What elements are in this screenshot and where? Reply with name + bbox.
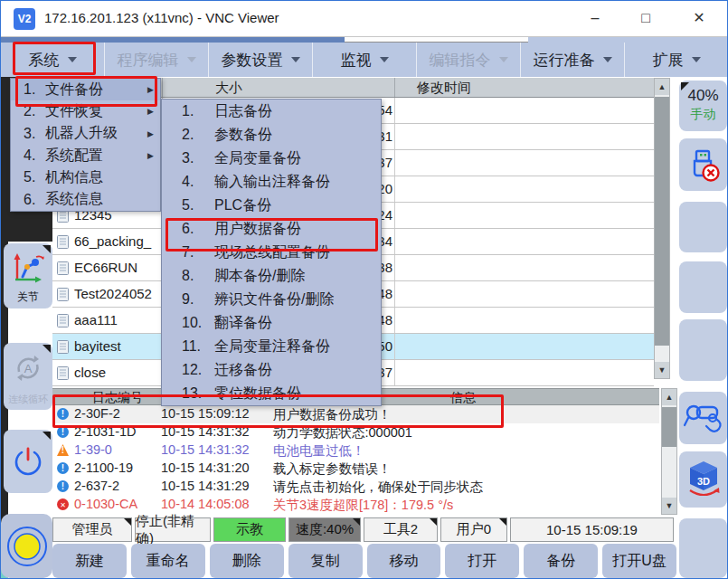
menu-option-label: 全局变量备份 [214,149,301,168]
action-button[interactable]: 打开 [445,544,519,578]
system-menu-option[interactable]: 4. 系统配置 ▶ [11,145,160,166]
menu-item[interactable]: 系统 [1,43,105,77]
system-menu-option[interactable]: 2. 文件恢复 ▶ [11,100,160,122]
backup-submenu-option[interactable]: 5. PLC备份 [162,194,381,217]
maximize-button[interactable]: □ [625,1,667,35]
menu-option-number: 3. [24,126,45,142]
scroll-down-icon[interactable] [655,362,669,378]
submenu-arrow-icon: ▶ [147,85,154,94]
backup-submenu-option[interactable]: 6. 用户数据备份 [162,217,381,241]
scroll-up-icon[interactable] [655,79,669,95]
column-header-info[interactable]: 信息 [450,390,476,406]
log-scrollbar[interactable] [661,388,677,515]
yellow-circle-button[interactable] [1,514,52,578]
view-3d-button[interactable]: 3D [679,451,727,508]
menu-option-label: 用户数据备份 [214,220,301,239]
backup-submenu-option[interactable]: 11. 全局变量注释备份 [162,335,381,358]
log-row[interactable]: 0-1030-CA 10-14 14:05:08 关节3速度超限[178]：17… [52,496,659,514]
panel-button-empty-4[interactable] [679,518,727,578]
panel-button-empty-2[interactable] [679,261,727,313]
backup-submenu-option[interactable]: 9. 辨识文件备份/删除 [162,288,381,311]
menu-item[interactable]: 编辑指令 [417,43,521,77]
system-menu-option[interactable]: 5. 机构信息 ▶ [11,166,160,188]
minimize-button[interactable]: – [574,1,616,35]
status-cell[interactable]: 示教 [213,517,286,542]
backup-submenu-option[interactable]: 10. 翻译备份 [162,311,381,335]
title-bar: V2 172.16.201.123 (x11vnc) - VNC Viewer … [1,1,728,37]
usb-status-button[interactable] [679,138,727,191]
menu-option-label: 文件备份 [45,81,103,100]
action-button[interactable]: 重命名 [131,544,205,578]
action-button[interactable]: 打开U盘 [602,544,676,578]
log-code: 2-1031-1D [74,424,137,439]
menu-option-number: 13. [182,385,214,402]
backup-submenu-option[interactable]: 4. 输入输出注释备份 [162,170,381,194]
action-button[interactable]: 备份 [524,544,598,578]
column-header-modified[interactable]: 修改时间 [417,80,471,97]
window-title: 172.16.201.123 (x11vnc) - VNC Viewer [44,10,279,25]
log-row[interactable]: 1-39-0 10-15 14:31:32 电池电量过低！ [52,441,659,460]
log-row[interactable]: 2-1100-19 10-15 14:31:20 载入标定参数错误！ [52,460,659,478]
menu-item[interactable]: 程序编辑 [105,43,209,77]
scroll-down-icon[interactable] [662,498,676,514]
action-button[interactable]: 删除 [210,544,284,578]
power-button[interactable] [4,430,52,493]
chevron-down-icon [603,57,612,62]
menu-item[interactable]: 参数设置 [209,43,313,77]
status-cell[interactable]: 停止(非精确) [135,517,211,542]
log-code: 0-1030-CA [74,497,137,511]
menu-option-label: 日志备份 [214,102,272,121]
backup-submenu-option[interactable]: 7. 现场总线配置备份 [162,241,381,264]
system-menu-option[interactable]: 6. 系统信息 ▶ [11,189,160,211]
panel-button-empty-3[interactable] [679,319,727,381]
backup-submenu-option[interactable]: 1. 日志备份 [162,100,381,123]
system-menu-option[interactable]: 1. 文件备份 ▶ [11,79,160,100]
menu-option-label: 参数备份 [214,126,272,145]
scrollbar-thumb[interactable] [655,97,669,346]
backup-submenu-option[interactable]: 13. 零位数据备份 [162,382,381,405]
backup-submenu-option[interactable]: 8. 脚本备份/删除 [162,264,381,288]
backup-submenu-option[interactable]: 12. 迁移备份 [162,358,381,382]
menu-item-label: 程序编辑 [118,50,179,71]
file-icon [57,340,69,354]
speed-mode-button[interactable]: 40% 手动 [679,81,727,131]
status-cell-label: 用户0 [457,521,491,538]
action-button[interactable]: 新建 [52,544,127,578]
backup-submenu-option[interactable]: 2. 参数备份 [162,123,381,147]
close-button[interactable]: ✕ [678,1,720,35]
file-scrollbar[interactable] [654,78,670,379]
system-menu-option[interactable]: 3. 机器人升级 ▶ [11,123,160,145]
log-row[interactable]: 2-1031-1D 10-15 14:31:32 动力学数据状态:000001 [52,423,659,441]
status-cell[interactable]: 10-15 15:09:19 [510,517,674,542]
panel-button-empty-1[interactable] [679,202,727,252]
menu-option-label: 现场总线配置备份 [214,243,330,262]
log-row[interactable]: 2-30F-2 10-15 15:09:12 用户数据备份成功！ [52,405,659,423]
status-cell[interactable]: 用户0 [440,517,507,542]
svg-text:3D: 3D [696,476,709,487]
drag-teach-icon [679,392,727,444]
status-cell[interactable]: 管理员 [52,517,132,542]
log-row[interactable]: 2-637-2 10-15 14:31:29 请先点击初始化，确保处于同步状态 [52,478,659,496]
chevron-down-icon [291,57,300,62]
menu-option-label: 迁移备份 [214,361,272,380]
menu-item-label: 系统 [29,50,60,71]
column-header-log-id[interactable]: 日志编号 [92,390,143,406]
menu-option-label: 零位数据备份 [214,384,301,403]
backup-submenu-option[interactable]: 3. 全局变量备份 [162,147,381,170]
joint-mode-button[interactable]: 关节 [4,243,52,308]
action-button[interactable]: 复制 [288,544,363,578]
menu-item[interactable]: 扩展 [625,43,728,77]
scrollbar-thumb[interactable] [662,407,676,447]
status-cell[interactable]: 速度:40% [288,517,361,542]
scroll-up-icon[interactable] [662,389,676,405]
cycle-mode-button[interactable]: A 连续循环 [4,343,52,410]
column-header-size[interactable]: 大小 [215,80,242,97]
action-button[interactable]: 移动 [367,544,441,578]
menu-item[interactable]: 运行准备 [521,43,625,77]
system-dropdown-menu: 1. 文件备份 ▶ 2. 文件恢复 ▶ 3. 机器人升级 ▶ 4. 系统配置 ▶… [10,78,161,212]
status-cell[interactable]: 工具2 [364,517,438,542]
menu-item[interactable]: 监视 [313,43,417,77]
chevron-down-icon [187,57,196,62]
drag-teach-button[interactable] [679,392,727,444]
log-level-icon [57,480,69,492]
